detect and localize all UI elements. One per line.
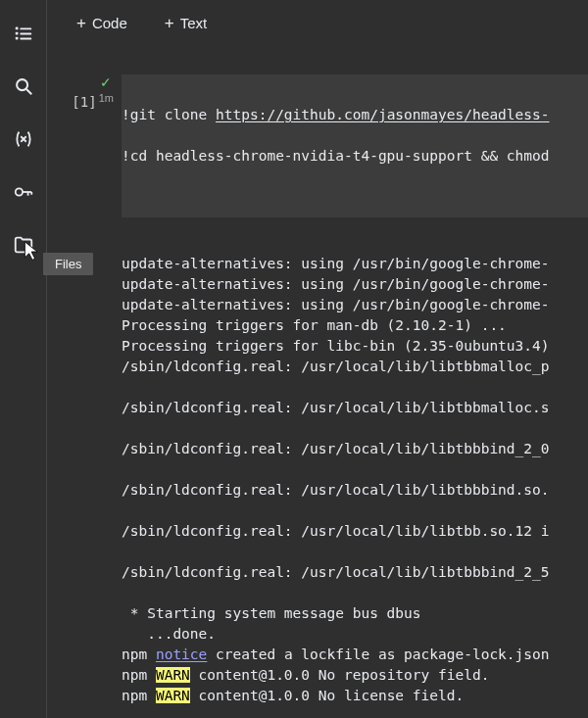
files-tooltip: Files [43,253,93,275]
add-text-button[interactable]: + Text [153,9,219,37]
cell-output: update-alternatives: using /usr/bin/goog… [122,233,588,718]
output-line: /sbin/ldconfig.real: /usr/local/lib/libt… [122,482,550,498]
gutter: [1] [47,74,122,718]
output-line: update-alternatives: using /usr/bin/goog… [122,276,550,292]
output-line: npm notice created a lockfile as package… [122,646,550,662]
add-text-label: Text [180,15,208,31]
add-code-button[interactable]: + Code [65,9,139,37]
output-line: update-alternatives: using /usr/bin/goog… [122,256,550,271]
search-icon[interactable] [12,74,35,98]
add-code-label: Code [92,15,127,31]
svg-rect-3 [20,33,31,35]
output-line: npm WARN content@1.0.0 No repository fie… [122,667,489,683]
output-line: update-alternatives: using /usr/bin/goog… [122,297,550,312]
output-line: /sbin/ldconfig.real: /usr/local/lib/libt… [122,564,550,580]
notebook-cell: ✓ 1m [1] !git clone https://github.com/j… [47,45,588,718]
output-line: /sbin/ldconfig.real: /usr/local/lib/libt… [122,441,550,456]
svg-point-8 [15,188,22,195]
svg-rect-1 [20,28,31,30]
files-icon[interactable] [12,233,35,257]
left-sidebar [0,0,47,718]
plus-icon: + [76,15,86,31]
svg-point-6 [17,79,27,90]
output-line: Processing triggers for man-db (2.10.2-1… [122,317,507,333]
svg-line-7 [25,89,30,94]
toc-icon[interactable] [12,22,35,45]
output-line: /sbin/ldconfig.real: /usr/local/lib/libt… [122,523,550,539]
svg-rect-4 [15,37,18,40]
output-line: npm WARN content@1.0.0 No license field. [122,688,464,703]
output-line: ...done. [122,626,216,642]
code-text: !git clone [122,107,216,122]
svg-rect-2 [15,32,18,35]
svg-rect-0 [15,27,18,30]
cell-prompt: [1] [72,94,96,110]
secrets-icon[interactable] [12,180,35,204]
output-line: /sbin/ldconfig.real: /usr/local/lib/libt… [122,359,550,374]
output-line: /sbin/ldconfig.real: /usr/local/lib/libt… [122,400,550,415]
code-input[interactable]: !git clone https://github.com/jasonmayes… [122,74,588,217]
plus-icon: + [165,15,174,31]
output-line: Processing triggers for libc-bin (2.35-0… [122,338,550,354]
main-area: + Code + Text ✓ 1m [1] !git clone https:… [47,0,588,718]
code-text: !cd headless-chrome-nvidia-t4-gpu-suppor… [122,146,588,167]
output-line: * Starting system message bus dbus [122,605,421,621]
toolbar: + Code + Text [47,0,588,45]
svg-rect-5 [20,38,31,40]
code-url: https://github.com/jasonmayes/headless- [216,107,549,122]
variables-icon[interactable] [12,127,35,151]
